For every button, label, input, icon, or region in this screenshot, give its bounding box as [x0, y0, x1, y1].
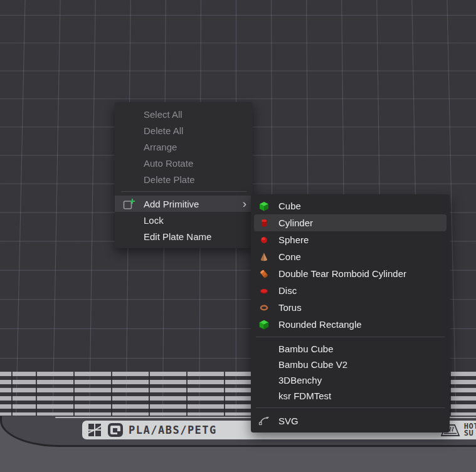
submenu-item-label: Cube: [278, 201, 301, 211]
submenu-item-torus[interactable]: Torus: [251, 299, 450, 316]
rounded-rectangle-icon: [258, 319, 272, 330]
menu-item-lock[interactable]: Lock: [115, 212, 253, 228]
submenu-separator: [256, 407, 445, 408]
menu-item-delete-all: Delete All: [115, 122, 253, 139]
menu-item-label: Delete All: [144, 125, 183, 136]
cube-icon: [258, 201, 272, 212]
menu-item-add-primitive[interactable]: Add Primitive ›: [115, 196, 253, 212]
add-primitive-icon: [122, 197, 144, 211]
submenu-item-cylinder[interactable]: Cylinder: [254, 214, 447, 231]
submenu-item-bambu-cube[interactable]: Bambu Cube: [251, 341, 450, 357]
cylinder-icon: [258, 218, 272, 229]
sphere-icon: [258, 234, 272, 246]
submenu-item-disc[interactable]: Disc: [251, 282, 450, 299]
bambu-pinwheel-icon: [87, 422, 102, 438]
submenu-item-label: Double Tear Romboid Cylinder: [278, 268, 406, 279]
submenu-item-label: Cone: [278, 251, 301, 262]
menu-item-label: Edit Plate Name: [144, 231, 211, 242]
menu-separator: [121, 191, 246, 192]
submenu-item-label: Torus: [278, 302, 302, 313]
submenu-item-label: SVG: [278, 416, 299, 426]
menu-item-delete-plate: Delete Plate: [115, 171, 253, 187]
submenu-item-label: 3DBenchy: [278, 375, 322, 385]
menu-item-label: Select All: [144, 109, 182, 120]
menu-item-label: Auto Rotate: [144, 158, 193, 169]
menu-item-label: Arrange: [144, 142, 177, 152]
menu-item-select-all: Select All: [115, 106, 253, 122]
submenu-item-svg[interactable]: SVG: [251, 412, 450, 429]
menu-item-label: Lock: [144, 215, 164, 226]
submenu-item-label: Sphere: [278, 234, 309, 245]
submenu-item-label: Bambu Cube: [278, 344, 334, 354]
submenu-item-ksr-fdmtest[interactable]: ksr FDMTest: [251, 388, 450, 404]
submenu-item-label: Disc: [278, 285, 297, 296]
double-tear-romboid-cylinder-icon: [258, 268, 272, 280]
cone-icon: [258, 251, 272, 263]
submenu-item-label: ksr FDMTest: [278, 391, 331, 401]
submenu-item-cube[interactable]: Cube: [251, 197, 450, 214]
submenu-item-label: Cylinder: [278, 218, 313, 228]
menu-item-auto-rotate: Auto Rotate: [115, 155, 253, 171]
submenu-separator: [256, 337, 445, 337]
submenu-item-label: Bambu Cube V2: [278, 359, 347, 370]
hot-surface-text: HOT SU: [464, 423, 476, 437]
bambu-b-icon: [107, 422, 124, 438]
menu-item-label: Add Primitive: [144, 199, 199, 209]
add-primitive-submenu: Cube Cylinder Sphere Cone: [251, 194, 450, 433]
torus-icon: [258, 302, 272, 313]
plate-context-menu: Select All Delete All Arrange Auto Rotat…: [115, 102, 253, 248]
submenu-item-bambu-cube-v2[interactable]: Bambu Cube V2: [251, 357, 450, 372]
menu-item-arrange: Arrange: [115, 139, 253, 155]
submenu-item-3dbenchy[interactable]: 3DBenchy: [251, 372, 450, 388]
submenu-item-sphere[interactable]: Sphere: [251, 231, 450, 248]
submenu-item-cone[interactable]: Cone: [251, 248, 450, 265]
bezier-curve-icon: [258, 415, 272, 426]
plate-material-label: PLA/ABS/PETG: [129, 424, 217, 437]
submenu-item-label: Rounded Rectangle: [278, 319, 362, 330]
disc-icon: [258, 285, 272, 296]
submenu-item-rounded-rectangle[interactable]: Rounded Rectangle: [251, 316, 450, 333]
chevron-right-icon: ›: [243, 197, 246, 211]
menu-item-edit-plate-name[interactable]: Edit Plate Name: [115, 228, 253, 244]
submenu-item-double-tear-romboid-cylinder[interactable]: Double Tear Romboid Cylinder: [251, 265, 450, 282]
menu-item-label: Delete Plate: [144, 174, 195, 185]
